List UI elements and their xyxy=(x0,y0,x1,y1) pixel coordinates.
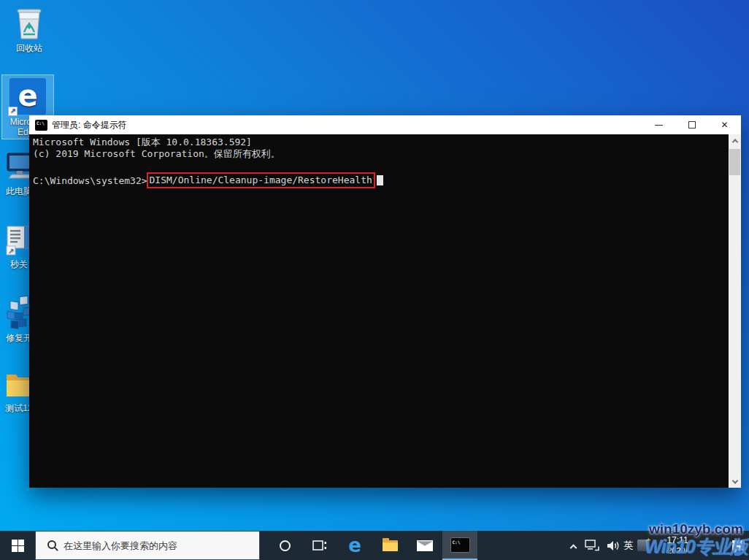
console-blank-line xyxy=(33,160,726,172)
desktop: { "desktop": { "icons": [ { "label": "回收… xyxy=(0,0,749,560)
text-cursor xyxy=(377,175,383,185)
highlighted-command: DISM/Online/Cleanup-image/RestoreHealth xyxy=(147,172,375,188)
network-icon xyxy=(585,540,601,552)
console-prompt-line: C:\Windows\system32>DISM/Online/Cleanup-… xyxy=(33,172,726,189)
close-button[interactable]: ✕ xyxy=(708,115,741,134)
taskbar: e C:\ 英 xyxy=(0,531,749,560)
file-explorer-icon xyxy=(383,540,398,551)
cortana-button[interactable] xyxy=(267,531,302,560)
chevron-up-icon xyxy=(569,544,577,551)
maximize-button[interactable] xyxy=(675,115,708,134)
mail-icon xyxy=(417,540,433,551)
cmd-icon: C:\ xyxy=(35,120,47,131)
command-prompt-taskbar-button[interactable]: C:\ xyxy=(442,531,477,560)
task-view-icon xyxy=(312,540,327,551)
desktop-icon-recycle-bin[interactable]: 回收站 xyxy=(6,4,53,53)
console-scrollbar[interactable] xyxy=(729,134,741,488)
scroll-up-arrow-icon[interactable] xyxy=(729,134,741,147)
show-hidden-icons-button[interactable] xyxy=(564,531,583,560)
window-title: 管理员: 命令提示符 xyxy=(52,119,127,131)
shortcut-arrow-icon: ↗ xyxy=(8,107,18,116)
scroll-down-arrow-icon[interactable] xyxy=(729,475,741,488)
svg-text:↗: ↗ xyxy=(8,247,14,255)
console-output[interactable]: Microsoft Windows [版本 10.0.18363.592] (c… xyxy=(29,134,741,488)
search-icon xyxy=(47,540,56,549)
minimize-icon xyxy=(655,125,663,126)
minimize-button[interactable] xyxy=(642,115,675,134)
taskbar-search-box[interactable] xyxy=(35,531,260,560)
speaker-icon xyxy=(607,540,621,551)
console-prompt: C:\Windows\system32> xyxy=(33,175,147,186)
scrollbar-thumb[interactable] xyxy=(729,149,740,175)
maximize-icon xyxy=(688,121,696,129)
recycle-bin-icon xyxy=(6,4,53,41)
task-view-button[interactable] xyxy=(302,531,337,560)
command-prompt-window: C:\ 管理员: 命令提示符 ✕ Microsoft Windows [版本 1… xyxy=(29,115,741,488)
console-line: Microsoft Windows [版本 10.0.18363.592] xyxy=(33,137,726,148)
start-button[interactable] xyxy=(0,531,35,560)
desktop-icon-label: 回收站 xyxy=(6,43,53,53)
ime-language-button[interactable]: 英 xyxy=(621,531,637,560)
console-line: (c) 2019 Microsoft Corporation。保留所有权利。 xyxy=(33,148,726,160)
search-input[interactable] xyxy=(64,540,246,551)
mail-button[interactable] xyxy=(407,531,442,560)
edge-taskbar-button[interactable]: e xyxy=(337,531,372,560)
file-explorer-button[interactable] xyxy=(372,531,407,560)
edge-icon: e ↗ xyxy=(9,78,46,115)
window-titlebar[interactable]: C:\ 管理员: 命令提示符 ✕ xyxy=(29,115,741,134)
windows-logo-icon xyxy=(12,540,24,552)
cmd-icon: C:\ xyxy=(450,537,470,553)
network-tray-button[interactable] xyxy=(583,531,603,560)
watermark-brand: Win10专业版官网 xyxy=(645,535,749,559)
edge-icon: e xyxy=(348,536,361,555)
cortana-icon xyxy=(280,540,291,551)
